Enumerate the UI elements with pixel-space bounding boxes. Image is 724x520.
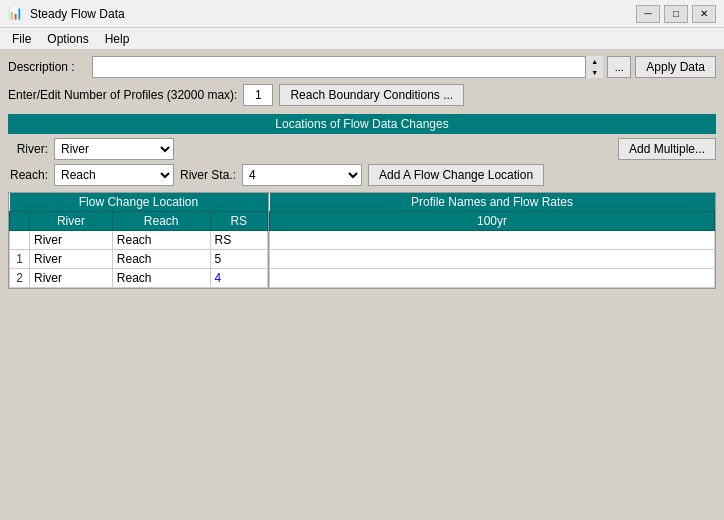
minimize-button[interactable]: ─ bbox=[636, 5, 660, 23]
maximize-button[interactable]: □ bbox=[664, 5, 688, 23]
flow-change-table: Flow Change Location River Reach RS Rive… bbox=[9, 193, 269, 288]
description-row: Description : ▲ ▼ ... Apply Data bbox=[8, 56, 716, 78]
row-rs-0[interactable]: RS bbox=[210, 231, 267, 250]
profile-header: Profile Names and Flow Rates bbox=[270, 193, 715, 212]
description-label: Description : bbox=[8, 60, 88, 74]
menu-file[interactable]: File bbox=[4, 30, 39, 48]
spin-control[interactable]: ▲ ▼ bbox=[585, 56, 603, 78]
row-river-2[interactable]: River bbox=[30, 269, 113, 288]
table-row: 1 River Reach 5 bbox=[10, 250, 268, 269]
window-title: Steady Flow Data bbox=[30, 7, 636, 21]
profiles-label: Enter/Edit Number of Profiles (32000 max… bbox=[8, 88, 237, 102]
window-controls: ─ □ ✕ bbox=[636, 5, 716, 23]
table-row bbox=[270, 269, 715, 288]
reach-row: Reach: Reach River Sta.: 4 Add A Flow Ch… bbox=[8, 164, 716, 186]
river-sta-dropdown[interactable]: 4 bbox=[242, 164, 362, 186]
river-dropdown[interactable]: River bbox=[54, 138, 174, 160]
profile-col-100yr: 100yr bbox=[270, 212, 715, 231]
apply-data-button[interactable]: Apply Data bbox=[635, 56, 716, 78]
menu-help[interactable]: Help bbox=[97, 30, 138, 48]
reach-dropdown[interactable]: Reach bbox=[54, 164, 174, 186]
flow-change-header: Flow Change Location bbox=[10, 193, 268, 212]
profile-table: Profile Names and Flow Rates 100yr bbox=[269, 193, 715, 288]
table-container: Flow Change Location River Reach RS Rive… bbox=[8, 192, 716, 289]
add-multiple-button[interactable]: Add Multiple... bbox=[618, 138, 716, 160]
spin-down-button[interactable]: ▼ bbox=[586, 67, 603, 78]
profiles-input[interactable] bbox=[243, 84, 273, 106]
col-river: River bbox=[30, 212, 113, 231]
profile-val-0[interactable] bbox=[270, 231, 715, 250]
table-row bbox=[270, 250, 715, 269]
table-row: 2 River Reach 4 bbox=[10, 269, 268, 288]
col-rs: RS bbox=[210, 212, 267, 231]
river-row: River: River Add Multiple... bbox=[8, 138, 716, 160]
row-num-1: 1 bbox=[10, 250, 30, 269]
row-num-2: 2 bbox=[10, 269, 30, 288]
flow-change-data-table: Flow Change Location River Reach RS Rive… bbox=[9, 193, 268, 288]
row-river-1[interactable]: River bbox=[30, 250, 113, 269]
river-label: River: bbox=[8, 142, 48, 156]
menu-bar: File Options Help bbox=[0, 28, 724, 50]
close-button[interactable]: ✕ bbox=[692, 5, 716, 23]
spin-up-button[interactable]: ▲ bbox=[586, 56, 603, 67]
description-input[interactable] bbox=[92, 56, 603, 78]
col-num bbox=[10, 212, 30, 231]
reach-boundary-button[interactable]: Reach Boundary Conditions ... bbox=[279, 84, 464, 106]
row-rs-2[interactable]: 4 bbox=[210, 269, 267, 288]
profiles-row: Enter/Edit Number of Profiles (32000 max… bbox=[8, 84, 716, 106]
add-flow-change-button[interactable]: Add A Flow Change Location bbox=[368, 164, 544, 186]
menu-options[interactable]: Options bbox=[39, 30, 96, 48]
table-row bbox=[270, 231, 715, 250]
ellipsis-button[interactable]: ... bbox=[607, 56, 631, 78]
row-num-0 bbox=[10, 231, 30, 250]
profile-val-2[interactable] bbox=[270, 269, 715, 288]
row-river-0[interactable]: River bbox=[30, 231, 113, 250]
row-reach-0[interactable]: Reach bbox=[112, 231, 210, 250]
description-input-wrapper: ▲ ▼ bbox=[92, 56, 603, 78]
profile-data-table: Profile Names and Flow Rates 100yr bbox=[269, 193, 715, 288]
reach-label: Reach: bbox=[8, 168, 48, 182]
profile-val-1[interactable] bbox=[270, 250, 715, 269]
table-row: River Reach RS bbox=[10, 231, 268, 250]
title-bar: 📊 Steady Flow Data ─ □ ✕ bbox=[0, 0, 724, 28]
river-sta-label: River Sta.: bbox=[180, 168, 236, 182]
main-content: Description : ▲ ▼ ... Apply Data Enter/E… bbox=[0, 50, 724, 520]
row-reach-2[interactable]: Reach bbox=[112, 269, 210, 288]
app-icon: 📊 bbox=[8, 6, 24, 22]
row-rs-1[interactable]: 5 bbox=[210, 250, 267, 269]
col-reach: Reach bbox=[112, 212, 210, 231]
row-reach-1[interactable]: Reach bbox=[112, 250, 210, 269]
locations-header: Locations of Flow Data Changes bbox=[8, 114, 716, 134]
